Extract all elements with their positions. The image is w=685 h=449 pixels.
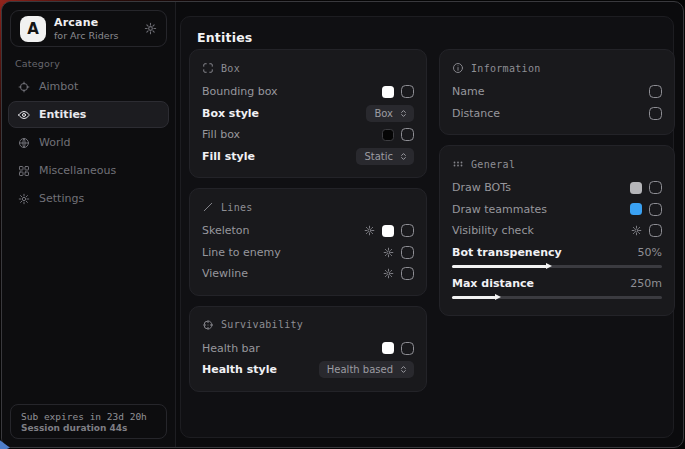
brand-card: A Arcane for Arc Riders — [10, 10, 167, 47]
checkbox[interactable] — [649, 181, 662, 194]
setting-label: Fill style — [202, 150, 255, 163]
sidebar-item-world[interactable]: World — [8, 129, 169, 156]
page-title: Entities — [197, 30, 252, 45]
slider-group-bot-transpenency: Bot transpenency50% — [452, 243, 662, 271]
gear-icon[interactable] — [364, 225, 375, 236]
setting-row-fill-style: Fill styleStatic — [202, 146, 414, 168]
sidebar-item-aimbot[interactable]: Aimbot — [8, 73, 169, 100]
sidebar-nav: AimbotEntitiesWorldMiscellaneousSettings — [8, 73, 169, 212]
checkbox[interactable] — [401, 85, 414, 98]
setting-label: Max distance — [452, 277, 534, 290]
checkbox[interactable] — [649, 85, 662, 98]
gear-icon — [18, 193, 30, 205]
row-controls — [649, 107, 662, 120]
gear-icon[interactable] — [383, 247, 394, 258]
sidebar-item-miscellaneous[interactable]: Miscellaneous — [8, 157, 169, 184]
setting-label: Viewline — [202, 267, 248, 280]
sidebar-item-label: Entities — [39, 108, 86, 121]
row-controls — [382, 342, 414, 355]
slider-value: 50% — [638, 246, 662, 259]
sidebar-item-settings[interactable]: Settings — [8, 185, 169, 212]
eye-icon — [18, 109, 30, 121]
desktop-background: A Arcane for Arc Riders Category AimbotE… — [0, 0, 685, 449]
setting-row-draw-bots: Draw BOTs — [452, 177, 662, 199]
gear-icon[interactable] — [631, 225, 642, 236]
dropdown-value: Health based — [327, 364, 393, 375]
dropdown-fill-style[interactable]: Static — [356, 148, 414, 165]
panel-title: Box — [221, 63, 240, 74]
slider-fill — [452, 296, 496, 299]
color-swatch[interactable] — [382, 225, 394, 237]
sidebar-item-entities[interactable]: Entities — [8, 101, 169, 128]
slider-value: 250m — [630, 277, 662, 290]
color-swatch[interactable] — [630, 182, 642, 194]
setting-label: Health bar — [202, 342, 260, 355]
checkbox[interactable] — [401, 342, 414, 355]
dropdown-value: Box — [374, 108, 393, 119]
info-icon — [452, 62, 464, 74]
dropdown-box-style[interactable]: Box — [366, 105, 414, 122]
checkbox[interactable] — [649, 107, 662, 120]
slider-thumb[interactable] — [546, 263, 552, 269]
dropdown-health-style[interactable]: Health based — [319, 361, 414, 378]
app-window: A Arcane for Arc Riders Category AimbotE… — [1, 1, 684, 448]
checkbox[interactable] — [649, 203, 662, 216]
setting-row-distance: Distance — [452, 103, 662, 125]
row-controls — [364, 224, 414, 237]
setting-label: Line to enemy — [202, 246, 281, 259]
panel-header: Box — [202, 59, 414, 77]
target-icon — [202, 319, 214, 331]
row-controls — [382, 85, 414, 98]
chevrons-up-down-icon — [399, 365, 408, 374]
sub-expiry-text: Sub expires in 23d 20h — [21, 411, 156, 422]
setting-row-draw-teammates: Draw teammates — [452, 199, 662, 221]
color-swatch[interactable] — [630, 203, 642, 215]
slider-thumb[interactable] — [495, 294, 501, 300]
setting-label: Bounding box — [202, 85, 278, 98]
sidebar-item-label: World — [39, 136, 71, 149]
chevrons-up-down-icon — [399, 152, 408, 161]
sidebar-item-label: Settings — [39, 192, 84, 205]
row-controls — [630, 181, 662, 194]
color-swatch[interactable] — [382, 342, 394, 354]
setting-label: Box style — [202, 107, 259, 120]
line-icon — [202, 201, 214, 213]
color-swatch[interactable] — [382, 129, 394, 141]
setting-row-fill-box: Fill box — [202, 124, 414, 146]
globe-icon — [18, 137, 30, 149]
session-duration-text: Session duration 44s — [21, 423, 156, 433]
panel-header: Lines — [202, 198, 414, 216]
checkbox[interactable] — [401, 128, 414, 141]
setting-row-viewline: Viewline — [202, 263, 414, 285]
gear-icon[interactable] — [144, 22, 157, 35]
setting-row-health-style: Health styleHealth based — [202, 359, 414, 381]
checkbox[interactable] — [401, 267, 414, 280]
setting-label: Draw BOTs — [452, 181, 511, 194]
checkbox[interactable] — [401, 224, 414, 237]
setting-label: Draw teammates — [452, 203, 547, 216]
setting-label: Health style — [202, 363, 277, 376]
setting-label: Visibility check — [452, 224, 534, 237]
dots-grid-icon — [452, 158, 464, 170]
row-controls — [630, 203, 662, 216]
checkbox[interactable] — [649, 224, 662, 237]
row-controls: Static — [356, 148, 414, 165]
chevrons-up-down-icon — [399, 109, 408, 118]
sidebar-item-label: Miscellaneous — [39, 164, 116, 177]
main-content: Entities BoxBounding boxBox styleBoxFill… — [180, 16, 674, 438]
gear-icon[interactable] — [383, 268, 394, 279]
color-swatch[interactable] — [382, 86, 394, 98]
panel-title: General — [471, 159, 515, 170]
setting-row-bounding-box: Bounding box — [202, 81, 414, 103]
slider-group-max-distance: Max distance250m — [452, 274, 662, 302]
row-controls — [631, 224, 662, 237]
checkbox[interactable] — [401, 246, 414, 259]
slider[interactable] — [452, 263, 662, 271]
slider-fill — [452, 265, 547, 268]
row-controls: Health based — [319, 361, 414, 378]
setting-label: Name — [452, 85, 484, 98]
app-title: Arcane — [54, 16, 119, 29]
app-logo: A — [20, 16, 46, 42]
panel-header: General — [452, 155, 662, 173]
slider[interactable] — [452, 294, 662, 302]
